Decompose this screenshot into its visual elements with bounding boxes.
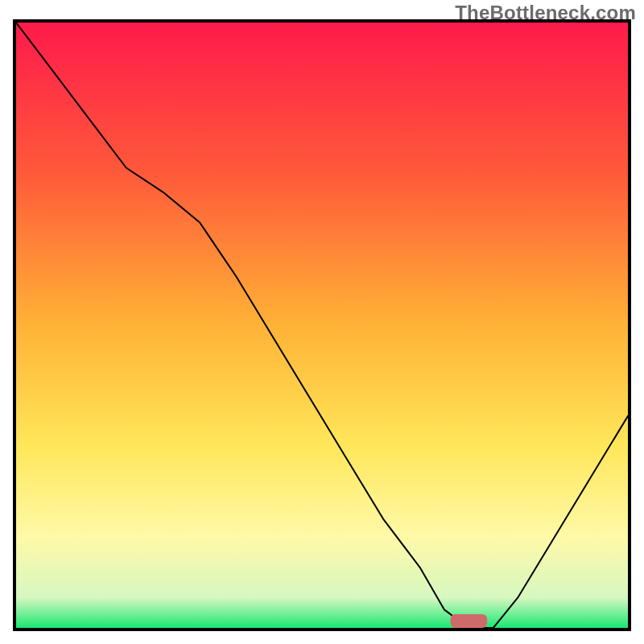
chart-container: TheBottleneck.com xyxy=(0,0,644,644)
plot-background xyxy=(16,23,628,628)
plot-frame xyxy=(13,19,631,631)
optimal-marker xyxy=(451,614,488,628)
plot-svg xyxy=(16,23,628,628)
